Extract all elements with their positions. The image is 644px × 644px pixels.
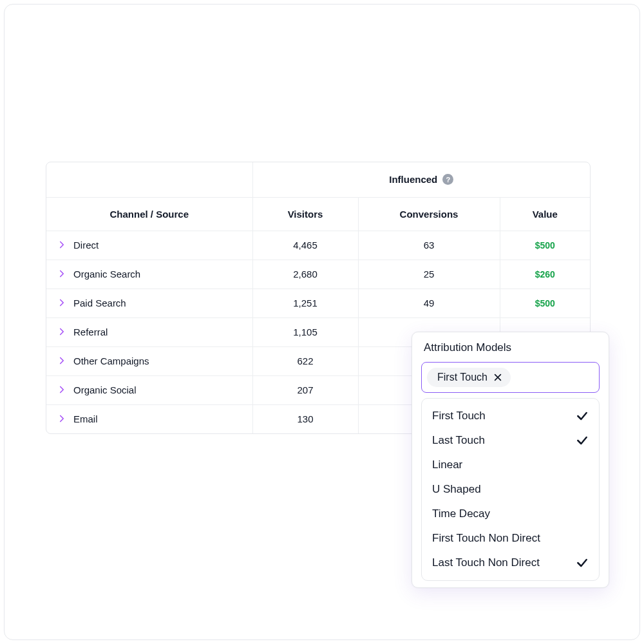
- close-icon[interactable]: [493, 372, 503, 383]
- option-label: Last Touch Non Direct: [432, 556, 540, 569]
- chevron-right-icon[interactable]: [58, 270, 67, 279]
- channel-label: Organic Social: [73, 384, 137, 395]
- channel-cell[interactable]: Organic Social: [46, 375, 252, 404]
- visitors-cell: 4,465: [252, 231, 358, 260]
- attribution-option[interactable]: Linear: [422, 453, 599, 477]
- attribution-option[interactable]: Last Touch: [422, 428, 599, 453]
- visitors-cell: 130: [252, 404, 358, 433]
- chevron-right-icon[interactable]: [58, 415, 67, 424]
- chevron-right-icon[interactable]: [58, 357, 67, 366]
- help-icon[interactable]: ?: [442, 174, 453, 185]
- dropdown-title: Attribution Models: [421, 341, 600, 354]
- channel-label: Organic Search: [73, 269, 140, 279]
- conversions-cell: 63: [358, 231, 500, 260]
- option-label: First Touch Non Direct: [432, 532, 540, 545]
- col-visitors[interactable]: Visitors: [252, 197, 358, 231]
- channel-label: Referral: [73, 327, 108, 337]
- channel-cell[interactable]: Referral: [46, 317, 252, 346]
- col-channel[interactable]: Channel / Source: [46, 197, 252, 231]
- visitors-cell: 1,105: [252, 317, 358, 346]
- col-conversions[interactable]: Conversions: [358, 197, 500, 231]
- attribution-option[interactable]: Time Decay: [422, 502, 599, 526]
- table-row[interactable]: Organic Search2,68025$260: [46, 260, 590, 289]
- conversions-cell: 49: [358, 289, 500, 317]
- conversions-cell: 25: [358, 260, 500, 289]
- value-cell: $260: [500, 260, 590, 289]
- attribution-option[interactable]: U Shaped: [422, 477, 599, 502]
- header-influenced: Influenced ?: [252, 162, 590, 197]
- visitors-cell: 1,251: [252, 289, 358, 317]
- channel-cell[interactable]: Direct: [46, 231, 252, 260]
- chevron-right-icon[interactable]: [58, 241, 67, 250]
- option-label: Last Touch: [432, 434, 485, 447]
- selected-chip-label: First Touch: [437, 372, 488, 383]
- channel-label: Paid Search: [73, 298, 126, 308]
- attribution-option[interactable]: Last Touch Non Direct: [422, 551, 599, 575]
- visitors-cell: 2,680: [252, 260, 358, 289]
- dropdown-options: First TouchLast TouchLinearU ShapedTime …: [421, 398, 600, 581]
- visitors-cell: 622: [252, 346, 358, 375]
- chevron-right-icon[interactable]: [58, 386, 67, 395]
- value-cell: $500: [500, 231, 590, 260]
- option-label: U Shaped: [432, 483, 481, 496]
- visitors-cell: 207: [252, 375, 358, 404]
- option-label: Linear: [432, 459, 462, 471]
- app-frame: Influenced ? Channel / Source Visitors C…: [4, 4, 640, 640]
- check-icon: [576, 410, 589, 422]
- option-label: Time Decay: [432, 507, 490, 520]
- channel-label: Email: [73, 413, 98, 424]
- selected-chip-container[interactable]: First Touch: [421, 362, 600, 393]
- selected-chip[interactable]: First Touch: [427, 368, 511, 387]
- chevron-right-icon[interactable]: [58, 328, 67, 337]
- col-value[interactable]: Value: [500, 197, 590, 231]
- channel-cell[interactable]: Paid Search: [46, 289, 252, 317]
- channel-label: Direct: [73, 240, 99, 251]
- option-label: First Touch: [432, 410, 486, 422]
- table-row[interactable]: Direct4,46563$500: [46, 231, 590, 260]
- channel-cell[interactable]: Other Campaigns: [46, 346, 252, 375]
- attribution-option[interactable]: First Touch: [422, 404, 599, 428]
- chevron-right-icon[interactable]: [58, 299, 67, 308]
- table-row[interactable]: Paid Search1,25149$500: [46, 289, 590, 317]
- value-cell: $500: [500, 289, 590, 317]
- check-icon: [576, 556, 589, 569]
- channel-cell[interactable]: Email: [46, 404, 252, 433]
- check-icon: [576, 434, 589, 447]
- attribution-option[interactable]: First Touch Non Direct: [422, 526, 599, 551]
- header-empty: [46, 162, 252, 197]
- channel-label: Other Campaigns: [73, 355, 149, 366]
- channel-cell[interactable]: Organic Search: [46, 260, 252, 289]
- influenced-label: Influenced: [389, 174, 437, 185]
- attribution-models-dropdown: Attribution Models First Touch First Tou…: [412, 332, 609, 588]
